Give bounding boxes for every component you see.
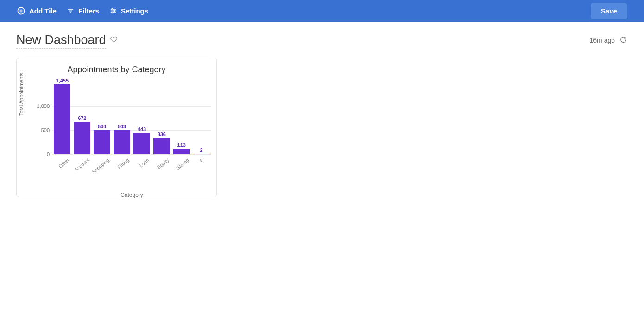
bar-value-label: 113 <box>177 142 186 148</box>
chart-plot: 05001,0001,455Other672Account504Shopping… <box>52 82 211 154</box>
bar[interactable]: 504 <box>94 130 110 154</box>
tile-title-wrap: Appointments by Category <box>22 65 211 75</box>
settings-label: Settings <box>121 7 148 15</box>
y-tick: 500 <box>34 127 52 133</box>
heart-icon[interactable] <box>110 36 118 45</box>
chart-area: Total Appointments 05001,0001,455Other67… <box>22 78 211 189</box>
x-tick: Account <box>69 157 90 176</box>
tune-icon <box>109 7 117 15</box>
y-tick: 1,000 <box>34 103 52 109</box>
bar-value-label: 503 <box>118 124 126 129</box>
bar-value-label: 2 <box>200 147 203 153</box>
bar[interactable]: 1,455 <box>54 84 70 154</box>
bar[interactable]: 672 <box>74 122 90 154</box>
svg-point-9 <box>114 10 115 12</box>
filters-button[interactable]: Filters <box>67 7 99 15</box>
add-circle-icon <box>17 6 25 15</box>
page-title[interactable]: New Dashboard <box>16 32 106 49</box>
title-wrap: New Dashboard <box>16 32 118 49</box>
bar-value-label: 336 <box>158 132 166 137</box>
x-tick: ∅ <box>200 157 203 163</box>
bar[interactable]: 2 <box>193 154 210 154</box>
x-tick: Loan <box>129 157 150 176</box>
gridline <box>52 154 211 155</box>
x-tick: Fitting <box>109 157 130 176</box>
content: Appointments by Category Total Appointme… <box>0 49 644 197</box>
x-tick: Equity <box>149 157 170 176</box>
tile-title[interactable]: Appointments by Category <box>67 65 165 75</box>
header-right: 16m ago <box>590 36 627 45</box>
settings-button[interactable]: Settings <box>109 7 148 15</box>
bar-value-label: 443 <box>138 126 146 132</box>
add-tile-label: Add Tile <box>29 7 57 15</box>
chart-tile[interactable]: Appointments by Category Total Appointme… <box>16 58 217 197</box>
filter-list-icon <box>67 7 75 15</box>
svg-point-11 <box>112 12 113 13</box>
bar[interactable]: 503 <box>114 130 130 154</box>
add-tile-button[interactable]: Add Tile <box>17 6 57 15</box>
bar-value-label: 504 <box>98 124 106 129</box>
bar[interactable]: 443 <box>133 133 150 154</box>
toolbar: Add Tile Filters Settings Save <box>0 0 644 22</box>
bar-value-label: 672 <box>78 115 86 121</box>
gridline <box>52 106 211 107</box>
svg-point-7 <box>112 9 113 10</box>
dashboard-header: New Dashboard 16m ago <box>0 22 644 49</box>
filters-label: Filters <box>78 7 99 15</box>
save-button[interactable]: Save <box>591 3 627 19</box>
x-tick: Other <box>49 157 70 176</box>
x-axis-label: Category <box>52 192 211 198</box>
x-tick: Saving <box>168 157 189 176</box>
bar-value-label: 1,455 <box>56 78 69 83</box>
bar[interactable]: 336 <box>153 138 170 154</box>
y-tick: 0 <box>34 151 52 157</box>
y-axis-label: Total Appointments <box>19 73 24 116</box>
last-refresh-text: 16m ago <box>590 37 615 44</box>
x-tick: Shopping <box>89 157 110 176</box>
toolbar-left: Add Tile Filters Settings <box>17 6 148 15</box>
bar[interactable]: 113 <box>173 149 190 154</box>
refresh-icon[interactable] <box>619 36 627 45</box>
